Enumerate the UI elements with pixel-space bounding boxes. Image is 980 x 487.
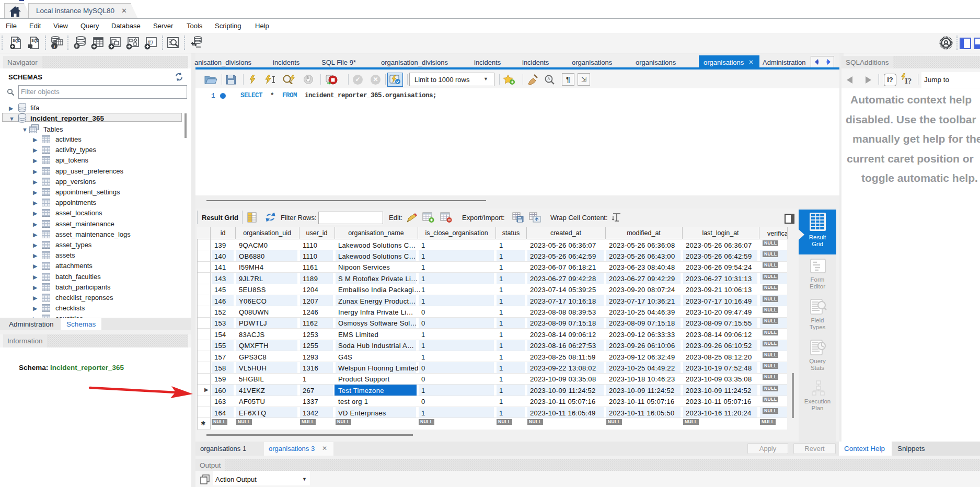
svg-text:SQL: SQL [31,39,39,43]
svg-text:I?: I? [905,77,912,85]
svg-text:SQL: SQL [13,39,20,43]
